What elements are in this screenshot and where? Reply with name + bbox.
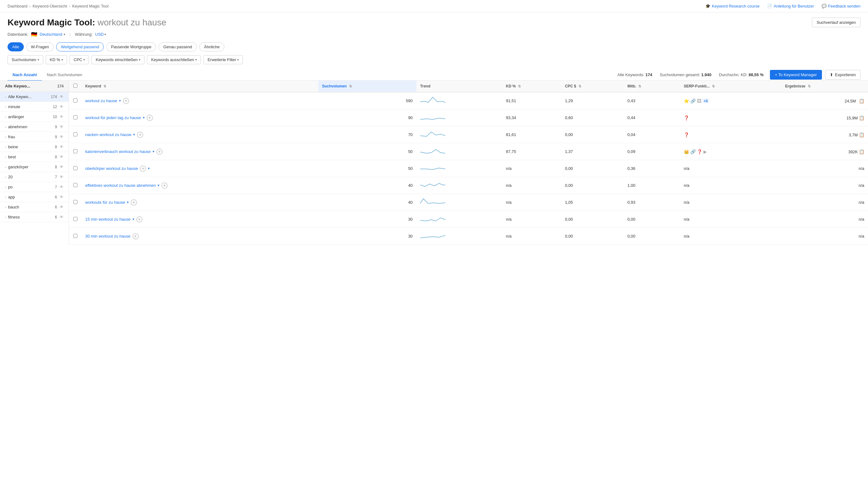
add-keyword-icon[interactable]: + [147, 115, 153, 121]
add-keyword-icon[interactable]: + [133, 233, 139, 239]
add-keyword-icon[interactable]: + [156, 148, 163, 155]
sidebar-item-best[interactable]: › best 8 👁 [0, 152, 69, 162]
keyword-dropdown-icon[interactable]: ▾ [158, 183, 159, 187]
keyword-link[interactable]: kalorienverbrauch workout zu hause [85, 149, 151, 154]
currency-selector[interactable]: USD ▾ [95, 32, 106, 37]
keyword-dropdown-icon[interactable]: ▾ [133, 133, 135, 137]
tab-genau[interactable]: Genau passend [158, 42, 197, 51]
keyword-link[interactable]: nacken workout zu hause [85, 132, 131, 137]
row-checkbox[interactable] [73, 183, 78, 187]
breadcrumb: Dashboard › Keyword-Übersicht › Keyword … [8, 4, 108, 9]
add-to-keyword-manager-button[interactable]: + To Keyword Manager [770, 70, 822, 80]
filter-include[interactable]: Keywords einschließen ▾ [92, 55, 144, 64]
tab-nach-anzahl[interactable]: Nach Anzahl [8, 69, 42, 81]
doc-icon[interactable]: 📋 [859, 115, 864, 120]
kd-value: 91,51 [506, 99, 516, 103]
add-keyword-icon[interactable]: + [123, 98, 129, 104]
tab-alle[interactable]: Alle [8, 42, 24, 51]
course-icon: 🎓 [705, 4, 710, 9]
add-keyword-icon[interactable]: + [137, 132, 143, 138]
row-checkbox[interactable] [73, 166, 78, 170]
keyword-link[interactable]: workout zu hause [85, 99, 117, 103]
page-header: Keyword Magic Tool: workout zu hause Suc… [0, 12, 868, 30]
doc-icon[interactable]: 📋 [859, 99, 864, 103]
sidebar-item-bauch[interactable]: › bauch 6 👁 [0, 202, 69, 212]
database-selector[interactable]: Deutschland ▾ [40, 32, 65, 37]
sidebar-item-frau[interactable]: › frau 9 👁 [0, 132, 69, 142]
keyword-link[interactable]: effektives workout zu hause abnehmen [85, 183, 156, 188]
keyword-dropdown-icon[interactable]: ▾ [148, 166, 150, 171]
image-icon: 🖼 [697, 99, 701, 103]
row-checkbox[interactable] [73, 217, 78, 221]
flag-icon: 🇩🇪 [31, 31, 37, 37]
feedback-icon: 💬 [822, 4, 827, 9]
keyword-dropdown-icon[interactable]: ▾ [153, 150, 155, 154]
row-checkbox[interactable] [73, 132, 78, 136]
sidebar-item-20[interactable]: › 20 7 👁 [0, 172, 69, 182]
tab-passende[interactable]: Passende Wortgruppe [106, 42, 156, 51]
sidebar-item-abnehmen[interactable]: › abnehmen 9 👁 [0, 122, 69, 132]
stats-bar: Alle Keywords: 174 Suchvolumen gesamt: 1… [617, 72, 763, 77]
keyword-link[interactable]: workout für jeden tag zu hause [85, 115, 141, 120]
history-button[interactable]: Suchverlauf anzeigen [812, 18, 860, 27]
export-button[interactable]: ⬆ Exportieren [825, 70, 860, 80]
doc-icon[interactable]: 📋 [859, 149, 864, 154]
table-row: oberkörper workout zu hause + ▾ 50 n/a 0… [69, 160, 868, 177]
col-trend: Trend [416, 81, 502, 92]
sidebar-item-ganzkoerper[interactable]: › ganzkörper 8 👁 [0, 162, 69, 172]
top-links: 🎓 Keyword Research course 📄 Anleitung fü… [705, 4, 860, 9]
tab-w-fragen[interactable]: W-Fragen [26, 42, 54, 51]
keyword-table: Keyword ⇅ Suchvolumen ⇅ Trend KD % ⇅ CPC… [69, 81, 868, 245]
sidebar-item-alle[interactable]: › Alle Keywo... 174 👁 [0, 92, 69, 102]
table-row: workout für jeden tag zu hause ▾ + 90 93… [69, 110, 868, 126]
keyword-dropdown-icon[interactable]: ▾ [143, 116, 145, 120]
keyword-dropdown-icon[interactable]: ▾ [119, 99, 121, 103]
sidebar-item-fitness[interactable]: › fitness 6 👁 [0, 212, 69, 222]
tab-weitgehend[interactable]: Weitgehend passend [56, 42, 104, 51]
row-checkbox[interactable] [73, 200, 78, 204]
keyword-link[interactable]: 15 min workout zu hause [85, 217, 131, 222]
doc-icon[interactable]: 📋 [859, 132, 864, 137]
row-checkbox[interactable] [73, 149, 78, 153]
feedback-link[interactable]: 💬 Feedback senden [822, 4, 860, 9]
keyword-link[interactable]: workouts für zu hause [85, 200, 125, 205]
filter-exclude[interactable]: Keywords ausschließen ▾ [147, 55, 201, 64]
add-keyword-icon[interactable]: + [140, 165, 146, 172]
sidebar-item-beine[interactable]: › beine 8 👁 [0, 142, 69, 152]
filter-kd[interactable]: KD % ▾ [46, 55, 67, 64]
eye-icon: 👁 [60, 104, 64, 109]
sidebar-item-minute[interactable]: › minute 12 👁 [0, 102, 69, 112]
keyword-link[interactable]: oberkörper workout zu hause [85, 166, 138, 171]
col-checkbox [69, 81, 82, 92]
tab-aehnliche[interactable]: Ähnliche [199, 42, 224, 51]
guide-link[interactable]: 📄 Anleitung für Benutzer [767, 4, 814, 9]
trend-sparkline [420, 197, 445, 207]
question-icon: ❓ [697, 149, 702, 154]
stat-kd: Durchschn. KD: 88,55 % [719, 72, 763, 77]
course-link[interactable]: 🎓 Keyword Research course [705, 4, 760, 9]
col-keyword: Keyword ⇅ [82, 81, 318, 92]
tab-nach-suchvolumen[interactable]: Nach Suchvolumen [42, 69, 87, 81]
add-keyword-icon[interactable]: + [131, 199, 137, 206]
sidebar-item-po[interactable]: › po 7 👁 [0, 182, 69, 192]
sidebar-item-anfaenger[interactable]: › anfänger 10 👁 [0, 112, 69, 122]
add-keyword-icon[interactable]: + [136, 216, 143, 223]
breadcrumb-dashboard[interactable]: Dashboard [8, 4, 28, 9]
cpc-value: 1,29 [565, 99, 573, 103]
filter-cpc[interactable]: CPC ▾ [70, 55, 89, 64]
stat-all-keywords: Alle Keywords: 174 [617, 72, 652, 77]
keyword-link[interactable]: 30 min workout zu hause [85, 234, 131, 238]
table-row: effektives workout zu hause abnehmen ▾ +… [69, 177, 868, 194]
keyword-dropdown-icon[interactable]: ▾ [127, 200, 129, 204]
filter-suchvolumen[interactable]: Suchvolumen ▾ [8, 55, 43, 64]
row-checkbox[interactable] [73, 234, 78, 238]
table-row: kalorienverbrauch workout zu hause ▾ + 5… [69, 143, 868, 160]
select-all-checkbox[interactable] [73, 84, 78, 88]
add-keyword-icon[interactable]: + [162, 183, 168, 189]
breadcrumb-keyword-uebersicht[interactable]: Keyword-Übersicht [33, 4, 67, 9]
filter-advanced[interactable]: Erweiterte Filter ▾ [203, 55, 243, 64]
row-checkbox[interactable] [73, 115, 78, 120]
row-checkbox[interactable] [73, 99, 78, 103]
sidebar-item-app[interactable]: › app 6 👁 [0, 192, 69, 202]
keyword-dropdown-icon[interactable]: ▾ [133, 217, 134, 221]
